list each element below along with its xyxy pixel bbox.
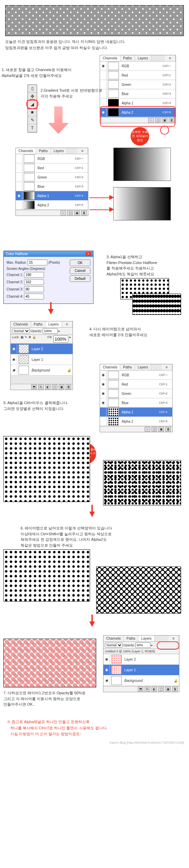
layer-row-bg[interactable]: ◉Background🔒: [103, 675, 179, 686]
step1-text: 1. 새로운 창을 열고 Channels로 이동해서 Alpha채널을 2개 …: [2, 67, 71, 78]
tab-layers[interactable]: Layers: [51, 148, 67, 154]
default-button[interactable]: Default: [70, 275, 90, 282]
trash-icon[interactable]: 🗑: [172, 687, 178, 692]
tab-channels[interactable]: Channels: [100, 55, 120, 61]
tool-type[interactable]: T: [28, 124, 37, 132]
panel-menu-icon[interactable]: ≡: [62, 321, 73, 327]
tab-layers[interactable]: Layers: [46, 321, 62, 327]
max-radius-input[interactable]: [27, 260, 47, 265]
tab-layers[interactable]: Layers: [138, 636, 155, 641]
new-channel-icon[interactable]: ▣: [74, 210, 80, 215]
channel-row[interactable]: ◉Alpha 1Ctrl+4: [16, 191, 88, 201]
tab-layers[interactable]: Layers: [135, 55, 151, 61]
arrow-down: [89, 512, 95, 517]
tab-layers[interactable]: Layers: [135, 364, 151, 370]
icon[interactable]: ⬒: [31, 385, 37, 389]
cancel-button[interactable]: Cancel: [70, 267, 90, 274]
tab-paths[interactable]: Paths: [124, 636, 138, 641]
step5-text: 5. Alpha1을 Ctrl+마우스 클릭해줍니다. 그러면 모양별로 선택이…: [3, 400, 68, 411]
tab-paths[interactable]: Paths: [120, 364, 135, 370]
icon[interactable]: ◻: [152, 427, 157, 432]
channel-row[interactable]: RGBCtrl+~: [16, 154, 88, 163]
tab-channels[interactable]: Channels: [103, 636, 124, 641]
step6-text: 6. 레이어탭으로 넘어오면 이렇게 선택영역이 있습니다 이상태에서 Ctrl…: [21, 525, 112, 548]
arrow-stem: [50, 302, 52, 310]
ch4-input[interactable]: [24, 294, 44, 299]
lock-icon[interactable]: ✥: [29, 335, 31, 343]
layer-row-bg[interactable]: ◉Background🔒: [11, 365, 73, 376]
icon[interactable]: ▣: [158, 427, 164, 432]
opacity-input[interactable]: [135, 642, 151, 648]
ch1-input[interactable]: [24, 272, 44, 278]
tab-channels[interactable]: Channels: [11, 321, 31, 327]
icon[interactable]: ◐: [152, 687, 157, 692]
tool-shape[interactable]: ■: [28, 108, 37, 116]
icon[interactable]: ◻: [67, 210, 73, 215]
channel-row[interactable]: Alpha 2Ctrl+5: [16, 201, 88, 210]
icon[interactable]: ◐: [45, 385, 51, 389]
visibility-icon[interactable]: ◉: [100, 61, 107, 70]
new-layer-icon[interactable]: ▣: [59, 385, 64, 389]
channels-panel-3: ChannelsPathsLayers≡ ◉RGBCtrl+~ ◉RedCtrl…: [100, 364, 173, 432]
tab-paths[interactable]: Paths: [31, 321, 46, 327]
blend-mode-select[interactable]: Normal: [105, 643, 123, 648]
ch2-input[interactable]: [24, 279, 44, 285]
footnote: ※ 참고로 Alpha채널은 하나만 만들고 진행하신후 하나를 복사해서 Ct…: [7, 719, 108, 737]
channel-row-red[interactable]: RedCtrl+1: [100, 71, 176, 80]
panel-menu-icon[interactable]: ≡: [165, 55, 176, 61]
icon[interactable]: ○: [145, 427, 150, 432]
tab-paths[interactable]: Paths: [120, 55, 135, 61]
lock-icon[interactable]: ✎: [25, 335, 27, 343]
opacity-input[interactable]: [43, 328, 58, 334]
lock-icon[interactable]: 🔒: [32, 335, 36, 343]
icon[interactable]: ⬒: [138, 687, 143, 692]
arrow-stem: [91, 615, 93, 622]
close-icon[interactable]: ×: [86, 252, 91, 256]
dropdown-icon[interactable]: ▸: [151, 643, 153, 647]
icon[interactable]: ▣: [165, 687, 171, 692]
icon[interactable]: ▢: [158, 687, 164, 692]
ch3-input[interactable]: [24, 286, 44, 292]
panel-menu-icon[interactable]: ≡: [77, 148, 88, 154]
tool-move[interactable]: ▯: [28, 85, 37, 93]
channel-row[interactable]: ◉RGBCtrl+~: [100, 370, 172, 380]
layer-row-1[interactable]: ◉Layer 1: [103, 665, 179, 675]
icon[interactable]: ○: [60, 210, 66, 215]
dropdown-icon[interactable]: ▸: [69, 335, 71, 343]
tab-channels[interactable]: Channels: [100, 364, 120, 370]
step2-text: 2.Gradient Tool로 서로 반대방향으로 각각 적용해 주세요: [41, 88, 102, 99]
channel-row[interactable]: Alpha 1Ctrl+4: [100, 408, 172, 417]
channel-row-green[interactable]: GreenCtrl+2: [100, 80, 176, 89]
arrow-stem: [91, 505, 93, 512]
channel-row-blue[interactable]: BlueCtrl+3: [100, 89, 176, 99]
channel-row-rgb[interactable]: ◉RGBCtrl+~: [100, 61, 176, 71]
layer-row-1[interactable]: ◉Layer 1: [11, 354, 73, 365]
trash-icon[interactable]: 🗑: [66, 385, 71, 389]
channel-row[interactable]: ◉GreenCtrl+2: [100, 389, 172, 398]
visibility-icon[interactable]: ◉: [16, 191, 22, 200]
highlight-opacity-50: [157, 641, 179, 650]
tab-channels[interactable]: Channels: [16, 148, 36, 154]
channel-row[interactable]: ◉BlueCtrl+3: [100, 398, 172, 408]
layer-row-2[interactable]: ◉Layer 2: [103, 654, 179, 665]
channel-row[interactable]: BlueCtrl+3: [16, 182, 88, 191]
channel-row[interactable]: ◉RedCtrl+1: [100, 380, 172, 389]
lock-icon[interactable]: ▦: [21, 335, 24, 343]
footnote-line2: 하나를 복사해서 Ctrl+T로 하나만 틀면서 사용해도 됩니다.: [7, 725, 108, 731]
trash-icon[interactable]: 🗑: [81, 210, 87, 215]
layer-row-2[interactable]: ◉Layer 2: [11, 344, 73, 354]
icon[interactable]: ▢: [52, 385, 57, 389]
fill-input[interactable]: [53, 335, 68, 343]
channel-row[interactable]: GreenCtrl+2: [16, 173, 88, 182]
channel-row[interactable]: Alpha 2Ctrl+5: [100, 417, 172, 426]
tab-paths[interactable]: Paths: [36, 148, 51, 154]
trash-icon[interactable]: 🗑: [165, 427, 171, 432]
ok-button[interactable]: OK: [70, 260, 90, 266]
channel-row[interactable]: RedCtrl+1: [16, 163, 88, 173]
icon[interactable]: fx: [145, 687, 150, 692]
document-title: Untitled-3 @ 100% (Layer 1, RGB/8): [103, 649, 179, 654]
icon[interactable]: fx: [38, 385, 44, 389]
dropdown-icon[interactable]: ▸: [58, 329, 60, 333]
blend-mode-select[interactable]: Normal: [12, 329, 30, 333]
tool-pen[interactable]: ✎: [28, 116, 37, 124]
